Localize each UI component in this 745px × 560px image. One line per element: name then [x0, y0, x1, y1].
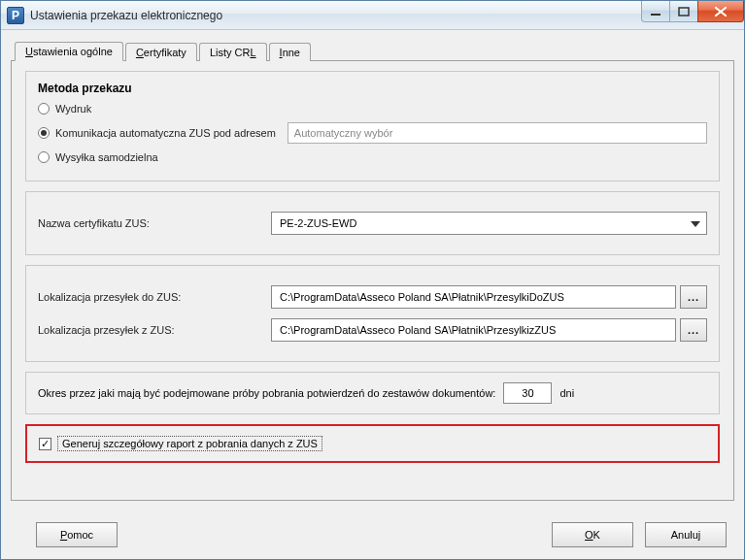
retry-days-value: 30: [522, 387, 533, 399]
cancel-pre: Anulu: [671, 529, 698, 541]
path-to-input[interactable]: C:\ProgramData\Asseco Poland SA\Płatnik\…: [271, 285, 676, 309]
path-to-label: Lokalizacja przesyłek do ZUS:: [38, 291, 271, 303]
app-icon: P: [7, 7, 24, 24]
minimize-button[interactable]: [641, 1, 670, 22]
radio-self-label: Wysyłka samodzielna: [55, 151, 158, 163]
browse-to-button[interactable]: ...: [680, 285, 707, 309]
svg-rect-1: [679, 8, 689, 16]
retry-days-input[interactable]: 30: [503, 382, 552, 404]
tab-crl-pre: Listy CR: [210, 47, 251, 58]
group-cert: Nazwa certyfikatu ZUS: PE-2-ZUS-EWD: [25, 191, 720, 255]
tab-general-label: stawienia ogólne: [33, 46, 113, 57]
group-method: Metoda przekazu Wydruk Komunikacja autom…: [25, 71, 720, 181]
dialog-button-row: Pomoc OK Anuluj: [1, 511, 744, 559]
tab-certs[interactable]: Certyfikaty: [125, 43, 197, 61]
group-report-highlight: Generuj szczegółowy raport z pobrania da…: [25, 424, 720, 463]
path-from-input[interactable]: C:\ProgramData\Asseco Poland SA\Płatnik\…: [271, 318, 676, 342]
dialog-window: P Ustawienia przekazu elektronicznego Us…: [0, 0, 745, 560]
tab-strip: Ustawienia ogólne Certyfikaty Listy CRL …: [11, 38, 734, 61]
help-hotkey: P: [60, 529, 67, 541]
retry-unit: dni: [559, 387, 574, 399]
radio-self[interactable]: [38, 151, 50, 163]
window-title: Ustawienia przekazu elektronicznego: [30, 9, 222, 22]
checkbox-report-label: Generuj szczegółowy raport z pobrania da…: [57, 436, 322, 451]
path-to-value: C:\ProgramData\Asseco Poland SA\Płatnik\…: [280, 291, 564, 303]
ok-button[interactable]: OK: [552, 522, 633, 547]
cert-combo-value: PE-2-ZUS-EWD: [280, 217, 356, 229]
button-spacer: [129, 522, 540, 547]
path-from-value: C:\ProgramData\Asseco Poland SA\Płatnik\…: [280, 324, 556, 336]
row-cert: Nazwa certyfikatu ZUS: PE-2-ZUS-EWD: [38, 212, 707, 235]
close-button[interactable]: [697, 1, 744, 22]
cancel-hotkey: j: [698, 529, 700, 541]
path-from-label: Lokalizacja przesyłek z ZUS:: [38, 324, 271, 336]
maximize-button[interactable]: [669, 1, 698, 22]
radio-print[interactable]: [38, 103, 50, 115]
ellipsis-icon: ...: [688, 324, 699, 336]
ok-label: K: [593, 529, 600, 541]
row-report[interactable]: Generuj szczegółowy raport z pobrania da…: [39, 436, 706, 451]
group-method-title: Metoda przekazu: [38, 82, 707, 95]
tab-panel-general: Metoda przekazu Wydruk Komunikacja autom…: [11, 61, 734, 501]
radio-auto-label: Komunikacja automatyczna ZUS pod adresem: [55, 127, 276, 139]
checkbox-report[interactable]: [39, 438, 51, 450]
maximize-icon: [678, 7, 690, 16]
help-label: omoc: [67, 529, 93, 541]
radio-print-label: Wydruk: [55, 103, 91, 115]
group-paths: Lokalizacja przesyłek do ZUS: C:\Program…: [25, 265, 720, 362]
browse-from-button[interactable]: ...: [680, 318, 707, 342]
minimize-icon: [650, 7, 661, 16]
titlebar: P Ustawienia przekazu elektronicznego: [1, 1, 744, 30]
radio-row-auto[interactable]: Komunikacja automatyczna ZUS pod adresem…: [38, 122, 707, 144]
row-path-from: Lokalizacja przesyłek z ZUS: C:\ProgramD…: [38, 318, 707, 342]
cancel-button[interactable]: Anuluj: [645, 522, 727, 547]
radio-row-self[interactable]: Wysyłka samodzielna: [38, 151, 707, 163]
window-controls: [642, 1, 744, 22]
retry-label: Okres przez jaki mają być podejmowane pr…: [38, 387, 495, 399]
tab-other-label: nne: [283, 47, 300, 58]
cert-combo[interactable]: PE-2-ZUS-EWD: [271, 212, 707, 235]
radio-auto[interactable]: [38, 127, 50, 139]
radio-row-print[interactable]: Wydruk: [38, 103, 707, 115]
tab-general[interactable]: Ustawienia ogólne: [15, 42, 123, 61]
cert-label: Nazwa certyfikatu ZUS:: [38, 217, 271, 229]
svg-rect-0: [651, 14, 660, 16]
group-retry: Okres przez jaki mają być podejmowane pr…: [25, 372, 720, 414]
ok-hotkey: O: [585, 529, 593, 541]
tab-certs-label: ertyfikaty: [144, 47, 186, 58]
tab-certs-hotkey: C: [136, 47, 144, 58]
help-button[interactable]: Pomoc: [36, 522, 118, 547]
tab-crl[interactable]: Listy CRL: [199, 43, 267, 61]
tab-crl-hotkey: L: [250, 47, 255, 58]
tab-general-hotkey: U: [25, 46, 33, 57]
ellipsis-icon: ...: [688, 291, 699, 303]
auto-address-input[interactable]: Automatyczny wybór: [288, 122, 707, 144]
row-path-to: Lokalizacja przesyłek do ZUS: C:\Program…: [38, 285, 707, 309]
client-area: Ustawienia ogólne Certyfikaty Listy CRL …: [1, 30, 744, 511]
tab-other[interactable]: Inne: [269, 43, 311, 61]
close-icon: [714, 6, 728, 17]
